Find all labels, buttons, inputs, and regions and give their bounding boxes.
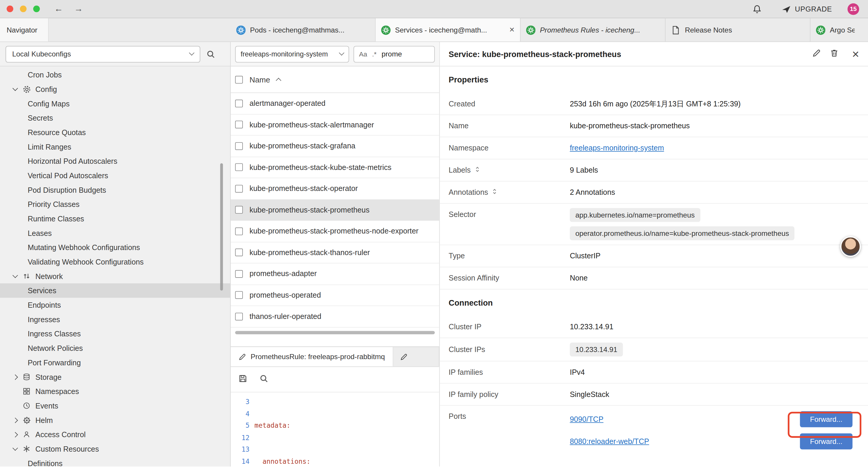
table-row[interactable]: kube-prometheus-stack-kube-state-metrics [231, 157, 439, 178]
sidebar-item-config[interactable]: Config [0, 82, 230, 96]
sidebar-item-resource-quotas[interactable]: Resource Quotas [0, 125, 230, 140]
sort-ascending-icon[interactable] [276, 78, 282, 83]
sidebar-item-vertical-pod-autoscalers[interactable]: Vertical Pod Autoscalers [0, 168, 230, 183]
notifications-bell-icon[interactable] [752, 4, 762, 13]
table-row[interactable]: alertmanager-operated [231, 93, 439, 114]
table-row[interactable]: kube-prometheus-stack-prometheus-node-ex… [231, 221, 439, 242]
row-checkbox[interactable] [235, 206, 243, 214]
sidebar-item-network[interactable]: Network [0, 269, 230, 284]
sidebar-item-custom-resources[interactable]: Custom Resources [0, 442, 230, 456]
field-label: Name [449, 122, 570, 130]
port-link-9090[interactable]: 9090/TCP [570, 415, 603, 423]
name-column-header[interactable]: Name [249, 75, 270, 84]
config-icon [22, 85, 31, 93]
table-row-selected[interactable]: kube-prometheus-stack-prometheus [231, 200, 439, 221]
row-checkbox[interactable] [235, 142, 243, 150]
table-row[interactable]: kube-prometheus-stack-operator [231, 178, 439, 200]
sidebar-item-ingresses[interactable]: Ingresses [0, 312, 230, 327]
sidebar-item-runtime-classes[interactable]: Runtime Classes [0, 211, 230, 226]
sidebar-item-storage[interactable]: Storage [0, 370, 230, 384]
sidebar-item-ingress-classes[interactable]: Ingress Classes [0, 327, 230, 341]
window-maximize-button[interactable] [33, 6, 39, 12]
table-row[interactable]: kube-prometheus-stack-alertmanager [231, 114, 439, 136]
tab-pods[interactable]: Pods - icecheng@mathmas... [231, 18, 376, 42]
item-label: Vertical Pod Autoscalers [28, 171, 108, 180]
kubeconfig-select[interactable]: Local Kubeconfigs [6, 46, 200, 62]
table-row[interactable]: prometheus-adapter [231, 263, 439, 285]
tab-label: Release Notes [685, 26, 804, 34]
select-all-checkbox[interactable] [235, 76, 243, 83]
forward-button[interactable]: Forward... [800, 433, 852, 449]
chevron-down-icon [189, 50, 195, 56]
sidebar-search-icon[interactable] [206, 50, 215, 59]
sidebar-item-port-forwarding[interactable]: Port Forwarding [0, 355, 230, 370]
sidebar-item-services[interactable]: Services [0, 284, 230, 298]
code-pane[interactable]: metadata: annotations: kubectl.kubernete… [254, 392, 439, 467]
row-checkbox[interactable] [235, 164, 243, 171]
window-close-button[interactable] [6, 6, 13, 12]
upgrade-button[interactable]: UPGRADE [782, 4, 832, 13]
unfold-icon[interactable] [474, 166, 480, 174]
navigator-panel-tab[interactable]: Navigator [0, 18, 49, 42]
row-checkbox[interactable] [235, 270, 243, 278]
notification-count-badge[interactable]: 15 [848, 3, 859, 14]
sidebar-item-namespaces[interactable]: Namespaces [0, 384, 230, 399]
sidebar-item-pod-disruption-budgets[interactable]: Pod Disruption Budgets [0, 183, 230, 197]
row-checkbox[interactable] [235, 291, 243, 299]
sidebar-item-horizontal-pod-autoscalers[interactable]: Horizontal Pod Autoscalers [0, 154, 230, 169]
sidebar-item-leases[interactable]: Leases [0, 226, 230, 240]
tab-prometheus-rules[interactable]: Prometheus Rules - icecheng... [521, 18, 665, 42]
sidebar-item-endpoints[interactable]: Endpoints [0, 298, 230, 312]
close-icon[interactable]: × [852, 48, 859, 60]
sidebar-scrollbar[interactable] [220, 163, 223, 291]
sidebar-item-definitions[interactable]: Definitions [0, 456, 230, 467]
row-checkbox[interactable] [235, 99, 243, 107]
window-minimize-button[interactable] [20, 6, 26, 12]
sidebar-item-events[interactable]: Events [0, 399, 230, 413]
sidebar-item-secrets[interactable]: Secrets [0, 111, 230, 125]
row-checkbox[interactable] [235, 121, 243, 128]
list-search-input[interactable]: Aa .* prome [354, 46, 435, 62]
row-checkbox[interactable] [235, 185, 243, 193]
unfold-icon[interactable] [491, 188, 498, 197]
back-button[interactable]: ← [54, 4, 63, 13]
yaml-editor[interactable]: 3 4 5 12 13 14 metadata: annotations: ku… [231, 392, 439, 467]
row-checkbox[interactable] [235, 227, 243, 235]
sidebar-item-priority-classes[interactable]: Priority Classes [0, 197, 230, 212]
edit-pencil-icon[interactable] [812, 49, 821, 59]
port-link-8080[interactable]: 8080:reloader-web/TCP [570, 437, 649, 445]
sidebar-item-cron-jobs[interactable]: Cron Jobs [0, 67, 230, 82]
save-icon[interactable] [239, 374, 247, 385]
row-checkbox[interactable] [235, 313, 243, 320]
sidebar-item-helm[interactable]: Helm [0, 413, 230, 428]
editor-search-icon[interactable] [259, 374, 268, 385]
dock-tab-prometheusrule[interactable]: PrometheusRule: freeleaps-prod-rabbitmq [231, 347, 393, 367]
forward-button[interactable]: Forward... [800, 411, 852, 427]
sidebar-item-mutating-webhook-configurations[interactable]: Mutating Webhook Configurations [0, 240, 230, 255]
match-case-toggle[interactable]: Aa [359, 50, 367, 58]
table-row[interactable]: thanos-ruler-operated [231, 306, 439, 327]
delete-trash-icon[interactable] [830, 49, 839, 59]
regex-toggle[interactable]: .* [372, 50, 377, 58]
forward-button-nav[interactable]: → [74, 4, 83, 13]
sidebar-item-access-control[interactable]: Access Control [0, 428, 230, 442]
sidebar-item-validating-webhook-configurations[interactable]: Validating Webhook Configurations [0, 255, 230, 269]
table-row[interactable]: kube-prometheus-stack-grafana [231, 136, 439, 157]
namespace-link[interactable]: freeleaps-monitoring-system [570, 144, 859, 152]
tab-argo[interactable]: Argo Se [810, 18, 860, 42]
tab-release-notes[interactable]: Release Notes [665, 18, 811, 42]
sidebar-item-network-policies[interactable]: Network Policies [0, 341, 230, 355]
tab-close-icon[interactable]: × [509, 25, 514, 34]
user-avatar[interactable] [840, 236, 861, 257]
horizontal-scrollbar[interactable] [231, 327, 439, 338]
row-checkbox[interactable] [235, 249, 243, 256]
table-row[interactable]: prometheus-operated [231, 285, 439, 306]
dock-tab-next[interactable] [393, 347, 439, 367]
sidebar-item-config-maps[interactable]: Config Maps [0, 96, 230, 111]
scrollbar-thumb[interactable] [235, 331, 435, 334]
tab-services[interactable]: Services - icecheng@math... × [375, 18, 521, 42]
namespace-select[interactable]: freeleaps-monitoring-system [235, 46, 349, 62]
tab-strip: Navigator Pods - icecheng@mathmas... Ser… [0, 18, 868, 42]
sidebar-item-limit-ranges[interactable]: Limit Ranges [0, 140, 230, 154]
table-row[interactable]: kube-prometheus-stack-thanos-ruler [231, 242, 439, 263]
